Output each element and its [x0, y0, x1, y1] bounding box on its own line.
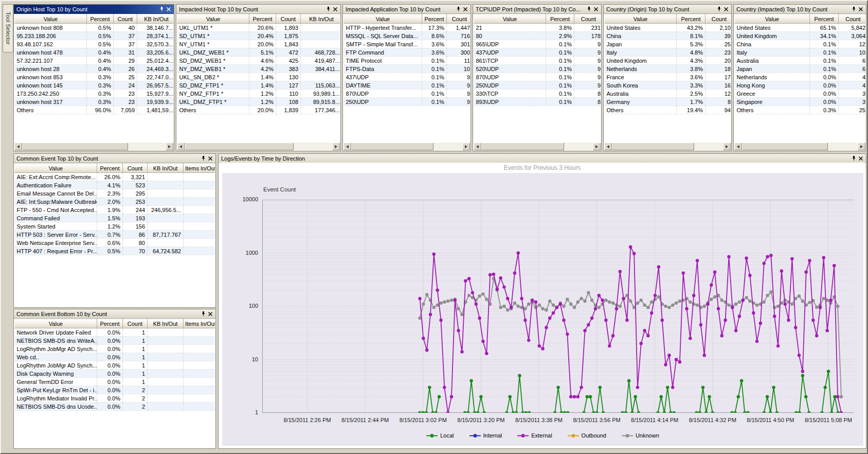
table-row[interactable]: Others0.3%25 — [735, 106, 866, 114]
panel-titlebar[interactable]: Logs/Events by Time by Direction — [219, 154, 866, 163]
table-row[interactable]: General TermDD Error0.0%1 — [15, 378, 215, 386]
column-header[interactable]: Percent — [546, 14, 574, 24]
table-row[interactable]: NY_DMZ_FTP1 *1.2%11093,989.1... — [177, 90, 340, 98]
table-row[interactable]: unknown host 280.4%2624,469.3... — [15, 65, 174, 73]
panel-titlebar[interactable]: Country (Origin) Top 10 by Count — [604, 5, 731, 14]
table-row[interactable]: Netherlands3.8%18 — [605, 65, 731, 73]
table-row[interactable]: UKL_DMZ_WEB1 *5.1%472468,728... — [177, 48, 340, 57]
table-row[interactable]: SD_DMZ_FTP1 *1.4%127115,063... — [177, 81, 340, 90]
table-row[interactable]: Others19.4%94 — [605, 106, 731, 114]
scroll-right-button[interactable] — [723, 143, 731, 150]
column-header[interactable]: KB In/Out — [148, 164, 184, 173]
pin-icon[interactable] — [158, 6, 165, 12]
table-row[interactable]: 93.48.107.1620.5%3732,570.3... — [15, 40, 174, 48]
close-icon[interactable] — [332, 6, 339, 12]
table-row[interactable]: 437\UDP0.1%9 — [474, 48, 601, 57]
column-header[interactable]: Count — [114, 14, 137, 24]
column-header[interactable]: Count — [123, 319, 148, 328]
table-row[interactable]: Germany1.7%8 — [605, 98, 731, 106]
panel-titlebar[interactable]: Origin Host Top 10 by Count — [14, 5, 174, 14]
scroll-track[interactable] — [742, 143, 858, 150]
table-row[interactable]: 802.9%178 — [474, 32, 601, 40]
table-row[interactable]: LogRhythm Mediator Invalid Pr...0.0%2 — [15, 394, 215, 403]
table-row[interactable]: 861\TCP0.1%9 — [474, 57, 601, 65]
close-icon[interactable] — [857, 6, 864, 12]
table-row[interactable]: Email Message Cannot Be Del...2.3%295 — [15, 189, 215, 198]
table-row[interactable]: 965\UDP0.1%9 — [474, 40, 601, 48]
table-row[interactable]: UKL_UTM1 *20.6%1,893 — [177, 24, 340, 32]
scroll-thumb[interactable] — [185, 143, 294, 150]
table-row[interactable]: SMTP - Simple Mail Transf...3.6%301 — [344, 40, 471, 48]
table-row[interactable]: NETBIOS SMB-DS dns Ucode...0.0%2 — [15, 403, 215, 411]
table-row[interactable]: MSSQL - SQL Server Data...8.6%716 — [344, 32, 471, 40]
legend-item-internal[interactable]: Internal — [469, 432, 502, 439]
close-icon[interactable] — [207, 310, 214, 317]
column-header[interactable]: Value — [15, 14, 87, 24]
pin-icon[interactable] — [850, 155, 857, 162]
table-row[interactable]: Others20.0%1,839177,346... — [177, 106, 340, 114]
scroll-track[interactable] — [351, 143, 462, 150]
table-row[interactable]: unknown host 3170.3%2319,939.9... — [15, 98, 174, 106]
table-row[interactable]: UKL_DMZ_FTP1 *1.2%10889,915.8... — [177, 98, 340, 106]
table-row[interactable]: unknown host 8530.3%2522,747.0... — [15, 73, 174, 81]
legend-item-outbound[interactable]: Outbound — [568, 432, 606, 439]
table-row[interactable]: unknown host 1450.3%2426,957.5... — [15, 81, 174, 90]
close-icon[interactable] — [722, 6, 730, 12]
pin-icon[interactable] — [585, 6, 592, 12]
table-row[interactable]: United Kingdom4.3%20 — [605, 57, 731, 65]
scroll-right-button[interactable] — [332, 143, 340, 150]
table-row[interactable]: Authentication Failure4.1%523 — [15, 181, 215, 189]
pin-icon[interactable] — [715, 6, 722, 12]
table-row[interactable]: Italy0.1%10 — [735, 48, 866, 57]
pin-icon[interactable] — [324, 6, 332, 12]
table-row[interactable]: Web cd..0.0%1 — [15, 353, 215, 361]
table-row[interactable]: Netherlands0.0%4 — [735, 73, 866, 81]
table-row[interactable]: DAYTIME0.1%9 — [344, 81, 471, 90]
table-row[interactable]: China0.1%12 — [735, 40, 866, 48]
panel-titlebar[interactable]: Impacted Host Top 10 by Count — [176, 5, 340, 14]
column-header[interactable]: Percent — [677, 14, 706, 24]
table-row[interactable]: 250\UDP0.1%9 — [344, 98, 471, 106]
column-header[interactable]: KB In/Out — [148, 319, 184, 328]
table-row[interactable]: 173.250.242.2500.3%2315,927.9... — [15, 90, 174, 98]
scroll-left-button[interactable] — [734, 143, 742, 150]
scroll-left-button[interactable] — [474, 143, 481, 150]
legend-item-unknown[interactable]: Unknown — [622, 432, 659, 439]
close-icon[interactable] — [857, 155, 864, 162]
table-row[interactable]: SD_DMZ_WEB1 *4.6%425419,487... — [177, 57, 340, 65]
table-row[interactable]: HTTP 503 : Server Error - Serv...0.7%868… — [15, 231, 215, 239]
scroll-track[interactable] — [612, 143, 723, 150]
table-row[interactable]: Australia0.1%6 — [735, 57, 866, 65]
table-row[interactable]: SD_UTM1 *20.4%1,875 — [177, 32, 340, 40]
table-row[interactable]: FTP Command3.6%300 — [344, 48, 471, 57]
column-header[interactable]: Count — [447, 14, 471, 24]
table-row[interactable]: Disk Capacity Warning0.0%1 — [15, 370, 215, 378]
scroll-track[interactable] — [22, 143, 166, 150]
column-header[interactable]: Percent — [810, 14, 839, 24]
panel-titlebar[interactable]: Common Event Top 10 by Count — [14, 154, 215, 163]
table-row[interactable]: Singapore0.0%3 — [735, 98, 866, 106]
scroll-left-button[interactable] — [343, 143, 351, 150]
column-header[interactable]: Percent — [97, 319, 123, 328]
table-row[interactable]: HTTP - Hypertext Transfer...17.3%1,447 — [344, 24, 471, 32]
table-row[interactable]: United States65.1%5,842 — [735, 24, 866, 32]
scroll-thumb[interactable] — [22, 143, 128, 150]
panel-titlebar[interactable]: Impacted Application Top 10 by Count — [343, 5, 471, 14]
table-row[interactable]: United Kingdom34.1%3,064 — [735, 32, 866, 40]
close-icon[interactable] — [592, 6, 600, 12]
table-row[interactable]: South Korea3.3%16 — [605, 81, 731, 90]
table-row[interactable]: FTPS-Data0.1%10 — [344, 65, 471, 73]
pin-icon[interactable] — [850, 6, 857, 12]
legend-item-external[interactable]: External — [517, 432, 552, 439]
table-row[interactable]: UKL_SN_DB2 *1.4%130 — [177, 73, 340, 81]
table-row[interactable]: 57.32.221.1070.4%2925,012.4... — [15, 57, 174, 65]
panel-titlebar[interactable]: Common Event Bottom 10 by Count — [14, 309, 215, 319]
table-row[interactable]: France3.6%17 — [605, 73, 731, 81]
table-row[interactable]: unknown host 4780.4%3133,205.6... — [15, 48, 174, 57]
table-row[interactable]: Network Driver Update Failed0.0%1 — [15, 328, 215, 337]
table-row[interactable]: System Started1.2%156 — [15, 222, 215, 231]
column-header[interactable]: KB In/Out — [301, 14, 340, 24]
table-row[interactable]: LogRhythm JobMgr AD Synch...0.0%1 — [15, 345, 215, 353]
table-row[interactable]: Greece0.0%3 — [735, 90, 866, 98]
column-header[interactable]: Items In/Out — [184, 319, 215, 328]
